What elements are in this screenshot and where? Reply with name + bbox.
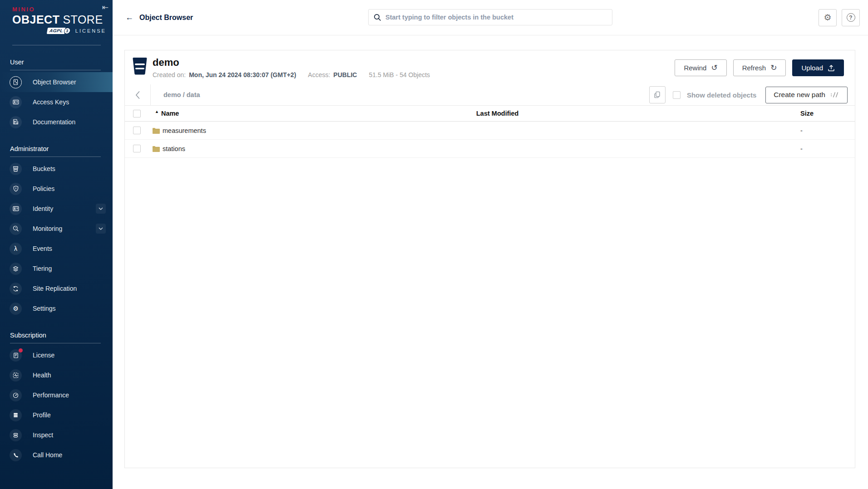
breadcrumb[interactable]: demo / data <box>151 91 649 98</box>
profile-icon <box>10 409 22 421</box>
show-deleted-toggle: Show deleted objects <box>673 91 756 99</box>
settings-gear-icon: ⚙ <box>10 303 22 315</box>
bucket-name: demo <box>153 57 430 68</box>
call-home-phone-icon <box>10 449 22 461</box>
license-alert-badge <box>19 348 23 352</box>
column-header-last-modified[interactable]: Last Modified <box>469 110 789 117</box>
search-box <box>368 9 612 25</box>
documentation-icon <box>10 116 22 128</box>
refresh-button[interactable]: Refresh ↻ <box>733 59 786 76</box>
sidebar-item-buckets[interactable]: Buckets <box>0 159 113 179</box>
upload-icon <box>828 64 835 72</box>
sidebar-item-site-replication[interactable]: Site Replication <box>0 279 113 298</box>
sidebar-item-inspect[interactable]: Inspect <box>0 425 113 445</box>
sidebar-item-label: Access Keys <box>33 98 69 106</box>
copy-icon <box>654 91 661 98</box>
table-header-row: ▲ Name Last Modified Size <box>125 106 855 122</box>
license-badge: AGPL3 LICENSE <box>47 28 113 34</box>
section-label: Subscription <box>10 332 113 339</box>
bucket-usage: 51.5 MiB - 54 Objects <box>369 71 430 78</box>
agpl-badge-icon: AGPL3 <box>47 28 71 34</box>
back-arrow-icon[interactable]: ← <box>125 13 133 22</box>
folder-icon <box>152 146 160 152</box>
sidebar-item-label: Identity <box>33 205 53 212</box>
bucket-info: demo Created on: Mon, Jun 24 2024 08:30:… <box>153 57 430 78</box>
object-name-cell[interactable]: measurements <box>148 127 469 134</box>
navigate-back-button[interactable] <box>125 84 151 105</box>
sidebar-item-call-home[interactable]: Call Home <box>0 445 113 465</box>
divider <box>10 70 101 70</box>
copy-path-button[interactable] <box>649 86 666 103</box>
sidebar-section-user: User Object Browser Access Keys Document… <box>0 59 113 132</box>
bucket-icon <box>132 57 148 75</box>
sidebar-item-monitoring[interactable]: Monitoring <box>0 219 113 239</box>
row-select-cell <box>125 145 148 152</box>
divider <box>10 156 101 157</box>
sidebar-item-identity[interactable]: Identity <box>0 199 113 219</box>
sidebar-item-label: Call Home <box>33 451 62 459</box>
page-title: Object Browser <box>139 14 193 22</box>
object-browser-icon <box>10 76 22 88</box>
sidebar-item-label: Tiering <box>33 265 52 272</box>
access-value: PUBLIC <box>333 71 357 78</box>
sidebar-item-health[interactable]: Health <box>0 365 113 385</box>
row-select-cell <box>125 127 148 134</box>
created-value: Mon, Jun 24 2024 08:30:07 (GMT+2) <box>189 71 296 78</box>
sidebar-item-label: Monitoring <box>33 225 62 232</box>
sidebar-item-profile[interactable]: Profile <box>0 405 113 425</box>
sort-ascending-icon: ▲ <box>155 109 159 114</box>
license-icon <box>10 349 22 362</box>
access-label: Access: <box>308 71 330 78</box>
row-checkbox[interactable] <box>133 145 141 152</box>
size-cell: - <box>789 127 855 134</box>
events-icon: λ <box>10 243 22 255</box>
search-input[interactable] <box>385 14 607 21</box>
monitoring-icon <box>10 223 22 235</box>
table-row[interactable]: measurements - <box>125 122 855 140</box>
sidebar-item-events[interactable]: λ Events <box>0 239 113 259</box>
row-checkbox[interactable] <box>133 127 141 134</box>
main-area: ← Object Browser ⚙ ? demo Created on: Mo… <box>113 0 868 489</box>
select-all-checkbox[interactable] <box>133 110 141 117</box>
sidebar-item-tiering[interactable]: Tiering <box>0 259 113 279</box>
sidebar-item-license[interactable]: License <box>0 345 113 365</box>
rewind-button[interactable]: Rewind ↺ <box>675 59 726 76</box>
collapse-sidebar-icon[interactable]: ⇤ <box>102 3 108 12</box>
sidebar-item-label: Performance <box>33 391 69 399</box>
sidebar-item-access-keys[interactable]: Access Keys <box>0 92 113 112</box>
sidebar-item-label: Object Browser <box>33 78 76 86</box>
bucket-header: demo Created on: Mon, Jun 24 2024 08:30:… <box>125 50 855 84</box>
sidebar-item-object-browser[interactable]: Object Browser <box>0 72 113 92</box>
column-header-name[interactable]: ▲ Name <box>148 110 469 117</box>
created-label: Created on: <box>153 71 186 78</box>
sidebar-item-documentation[interactable]: Documentation <box>0 112 113 132</box>
chevron-down-icon[interactable] <box>96 204 106 214</box>
show-deleted-checkbox[interactable] <box>673 91 681 99</box>
help-icon: ? <box>847 13 855 22</box>
upload-button[interactable]: Upload <box>792 59 844 76</box>
column-header-size[interactable]: Size <box>789 110 855 117</box>
rewind-icon: ↺ <box>711 64 717 72</box>
sidebar-item-performance[interactable]: Performance <box>0 385 113 405</box>
object-name-cell[interactable]: stations <box>148 145 469 152</box>
minio-wordmark: MINIO <box>12 6 113 13</box>
sidebar-section-subscription: Subscription License Health Performance <box>0 332 113 465</box>
topbar-actions: ⚙ ? <box>819 9 860 26</box>
tiering-icon <box>10 263 22 275</box>
create-path-icon <box>830 92 839 98</box>
chevron-down-icon[interactable] <box>96 224 106 234</box>
health-icon <box>10 369 22 381</box>
empty-space <box>125 158 855 468</box>
bucket-panel: demo Created on: Mon, Jun 24 2024 08:30:… <box>124 50 855 468</box>
sidebar-item-settings[interactable]: ⚙ Settings <box>0 298 113 318</box>
sidebar-item-label: Policies <box>33 185 54 192</box>
settings-button[interactable]: ⚙ <box>819 9 837 26</box>
table-row[interactable]: stations - <box>125 140 855 158</box>
sidebar-item-label: Site Replication <box>33 285 77 292</box>
create-new-path-button[interactable]: Create new path <box>765 87 848 103</box>
help-button[interactable]: ? <box>842 9 860 26</box>
page-title-group[interactable]: ← Object Browser <box>125 13 193 22</box>
folder-icon <box>152 127 160 134</box>
sidebar-item-label: Buckets <box>33 165 55 172</box>
sidebar-item-policies[interactable]: Policies <box>0 179 113 199</box>
